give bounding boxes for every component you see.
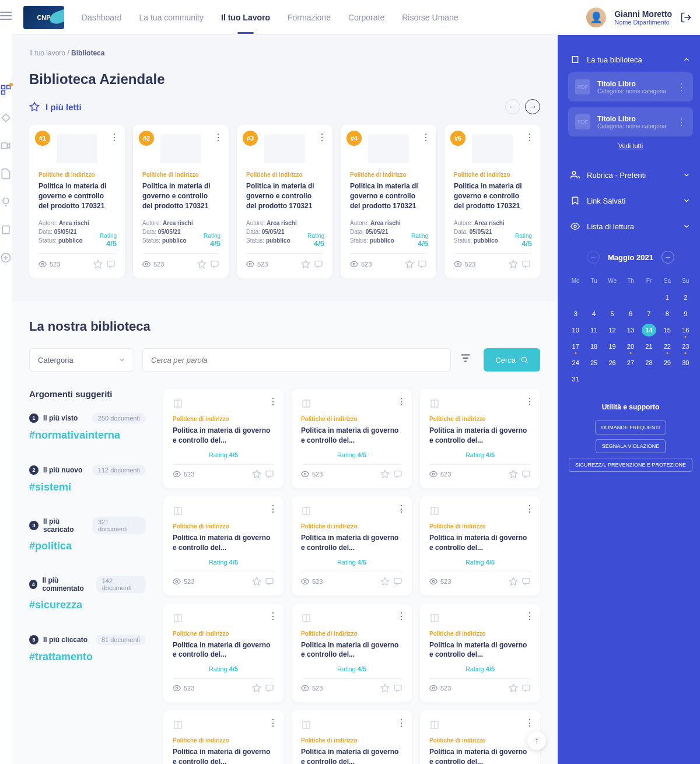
cal-day[interactable]: 31: [568, 373, 583, 385]
star-icon[interactable]: [252, 684, 261, 693]
comment-icon[interactable]: [393, 684, 402, 693]
comment-icon[interactable]: [522, 577, 531, 586]
star-icon[interactable]: [252, 577, 261, 586]
topic-item[interactable]: 4Il più commentato142 documenti #sicurez…: [29, 576, 146, 611]
grid-card[interactable]: ⋮ Politiche di indirizzo Politica in mat…: [163, 496, 284, 595]
card-menu-icon[interactable]: ⋮: [214, 132, 223, 143]
cal-day[interactable]: 7: [642, 307, 656, 320]
grid-card[interactable]: ⋮ Politiche di indirizzo Politica in mat…: [420, 604, 540, 703]
rail-icon-idea[interactable]: [0, 196, 12, 208]
cal-day[interactable]: 26: [605, 356, 620, 369]
rail-icon-library[interactable]: [0, 84, 12, 96]
card-menu-icon[interactable]: ⋮: [268, 611, 278, 622]
nav-risorse-umane[interactable]: Risorse Umane: [402, 1, 458, 34]
cal-day[interactable]: 6: [623, 307, 638, 320]
book-card[interactable]: #2 ⋮ Politiche di indirizzo Politica in …: [133, 125, 229, 278]
filter-icon[interactable]: [459, 352, 475, 368]
cal-next[interactable]: →: [662, 251, 674, 264]
rail-icon-doc[interactable]: [0, 168, 12, 180]
card-menu-icon[interactable]: ⋮: [317, 132, 327, 143]
card-menu-icon[interactable]: ⋮: [525, 717, 534, 728]
card-menu-icon[interactable]: ⋮: [268, 396, 278, 407]
star-icon[interactable]: [380, 469, 390, 479]
nav-formazione[interactable]: Formazione: [288, 1, 331, 34]
topic-item[interactable]: 3Il più scaricato321 documenti #politica: [29, 517, 146, 552]
grid-card[interactable]: ⋮ Politiche di indirizzo Politica in mat…: [420, 496, 540, 595]
card-menu-icon[interactable]: ⋮: [397, 717, 406, 728]
category-select[interactable]: Catergoria: [29, 348, 134, 372]
cal-day[interactable]: 21: [642, 340, 656, 353]
comment-icon[interactable]: [522, 260, 531, 269]
next-arrow[interactable]: →: [525, 99, 540, 114]
support-button[interactable]: SEGNALA VIOLAZIONE: [596, 439, 666, 453]
grid-card[interactable]: ⋮ Politiche di indirizzo Politica in mat…: [292, 604, 412, 703]
star-icon[interactable]: [93, 260, 103, 269]
topic-item[interactable]: 2Il più nuovo112 documenti #sistemi: [29, 465, 146, 493]
comment-icon[interactable]: [522, 469, 531, 479]
star-icon[interactable]: [509, 260, 518, 269]
sb-section-head[interactable]: Link Salvati: [568, 188, 693, 213]
grid-card[interactable]: ⋮ Politiche di indirizzo Politica in mat…: [163, 604, 284, 703]
card-menu-icon[interactable]: ⋮: [397, 611, 406, 622]
rail-icon-tag[interactable]: [0, 112, 12, 124]
logo[interactable]: CNP: [23, 6, 64, 29]
card-menu-icon[interactable]: ⋮: [268, 717, 278, 728]
cal-day[interactable]: 3: [568, 307, 583, 320]
rail-icon-add[interactable]: [0, 252, 12, 264]
avatar[interactable]: 👤: [586, 8, 606, 27]
cal-day[interactable]: 18: [586, 340, 601, 353]
topic-item[interactable]: 5Il più cliccato81 documenti #trattament…: [29, 635, 146, 663]
search-input[interactable]: [142, 348, 451, 372]
support-button[interactable]: SICUREZZA, PREVENZIONE E PROTEZIONE: [569, 458, 692, 472]
cal-prev[interactable]: ←: [587, 251, 600, 264]
grid-card[interactable]: ⋮ Politiche di indirizzo Politica in mat…: [420, 389, 540, 488]
comment-icon[interactable]: [314, 260, 323, 269]
comment-icon[interactable]: [106, 260, 116, 269]
cal-day[interactable]: 11: [586, 324, 601, 337]
star-icon[interactable]: [509, 684, 518, 693]
cal-day[interactable]: 12: [605, 324, 620, 337]
cal-day[interactable]: 10: [568, 324, 583, 337]
nav-la-tua-community[interactable]: La tua community: [139, 1, 204, 34]
card-menu-icon[interactable]: ⋮: [525, 396, 534, 407]
grid-card[interactable]: ⋮ Politiche di indirizzo Politica in mat…: [420, 710, 540, 764]
book-card[interactable]: #1 ⋮ Politiche di indirizzo Politica in …: [29, 125, 125, 278]
card-menu-icon[interactable]: ⋮: [268, 503, 278, 514]
cal-day[interactable]: 9: [678, 307, 693, 320]
nav-corporate[interactable]: Corporate: [348, 1, 384, 34]
star-icon[interactable]: [509, 469, 518, 479]
card-menu-icon[interactable]: ⋮: [397, 396, 406, 407]
comment-icon[interactable]: [265, 469, 274, 479]
cal-day[interactable]: 8: [660, 307, 674, 320]
support-button[interactable]: DOMANDE FREQUENTI: [595, 420, 667, 434]
sb-section-head[interactable]: Rubrica - Preferiti: [568, 162, 693, 188]
grid-card[interactable]: ⋮ Politiche di indirizzo Politica in mat…: [292, 389, 412, 488]
cal-day[interactable]: 1: [660, 291, 674, 304]
sb-library-head[interactable]: La tua biblioteca: [568, 47, 693, 72]
cal-day[interactable]: 25: [586, 356, 601, 369]
sb-book-menu-icon[interactable]: ⋮: [677, 82, 686, 93]
cal-day[interactable]: 14: [642, 324, 656, 337]
comment-icon[interactable]: [522, 684, 531, 693]
nav-dashboard[interactable]: Dashboard: [82, 1, 122, 34]
cal-day[interactable]: 20: [623, 340, 638, 353]
cal-day[interactable]: 2: [678, 291, 693, 304]
grid-card[interactable]: ⋮ Politiche di indirizzo Politica in mat…: [292, 496, 412, 595]
cal-day[interactable]: 17: [568, 340, 583, 353]
comment-icon[interactable]: [265, 684, 274, 693]
comment-icon[interactable]: [393, 469, 402, 479]
cal-day[interactable]: 19: [605, 340, 620, 353]
card-menu-icon[interactable]: ⋮: [110, 132, 119, 143]
sb-book-item[interactable]: PDF Titolo LibroCategoria: nome categori…: [568, 107, 693, 136]
comment-icon[interactable]: [210, 260, 219, 269]
rail-icon-video[interactable]: [0, 140, 12, 152]
cal-day[interactable]: 13: [623, 324, 638, 337]
cal-day[interactable]: 22: [660, 340, 674, 353]
grid-card[interactable]: ⋮ Politiche di indirizzo Politica in mat…: [163, 389, 284, 488]
grid-card[interactable]: ⋮ Politiche di indirizzo Politica in mat…: [292, 710, 412, 764]
card-menu-icon[interactable]: ⋮: [397, 503, 406, 514]
cal-day[interactable]: 23: [678, 340, 693, 353]
star-icon[interactable]: [380, 684, 390, 693]
cal-day[interactable]: 29: [660, 356, 674, 369]
cal-day[interactable]: 30: [678, 356, 693, 369]
